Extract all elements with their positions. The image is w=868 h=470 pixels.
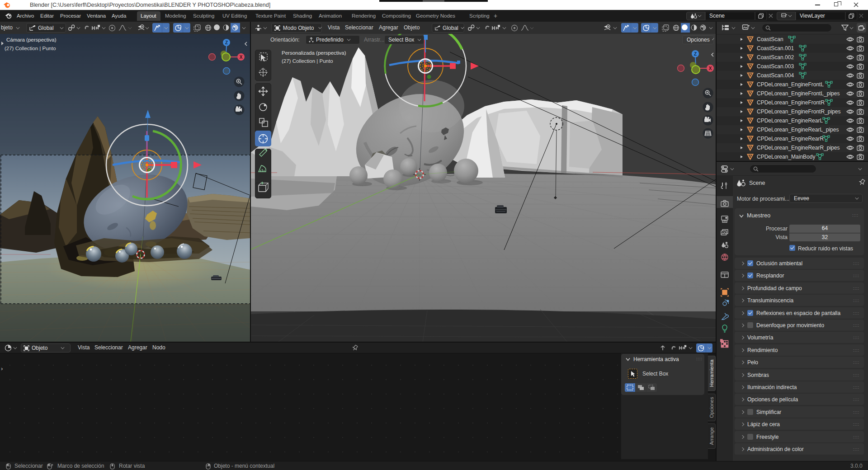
svg-text:X: X: [709, 66, 712, 71]
svg-text:Personalizada (perspectiva): Personalizada (perspectiva): [282, 50, 346, 56]
svg-text:X: X: [240, 55, 243, 60]
svg-text:Z: Z: [694, 52, 697, 56]
svg-text:(27) Collection | Punto: (27) Collection | Punto: [282, 58, 333, 64]
svg-text:Z: Z: [225, 40, 228, 45]
svg-text:(27) Collection | Punto: (27) Collection | Punto: [5, 46, 56, 51]
svg-text:Cámara (perspectiva): Cámara (perspectiva): [6, 37, 57, 42]
